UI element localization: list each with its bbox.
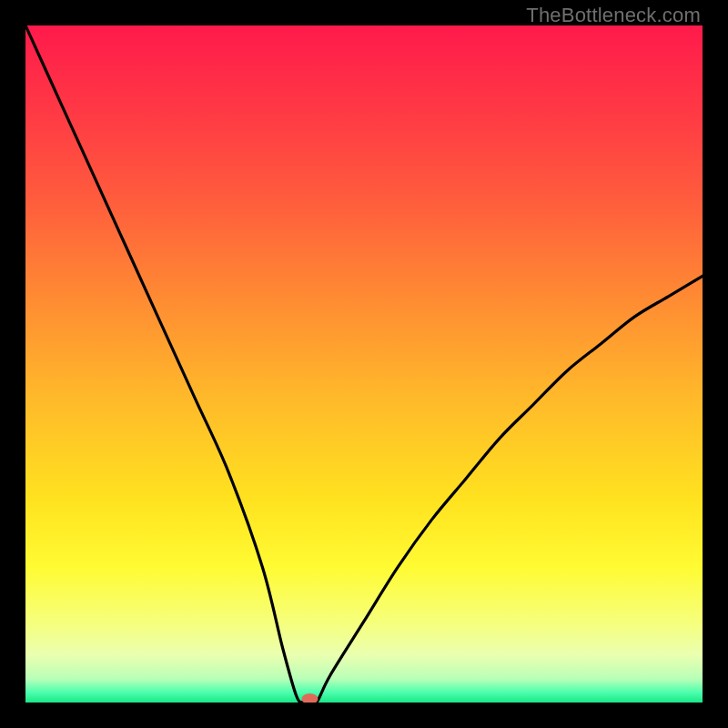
chart-frame <box>25 25 703 703</box>
gradient-background <box>25 25 703 703</box>
chart-svg <box>25 25 703 703</box>
watermark-text: TheBottleneck.com <box>526 4 701 27</box>
